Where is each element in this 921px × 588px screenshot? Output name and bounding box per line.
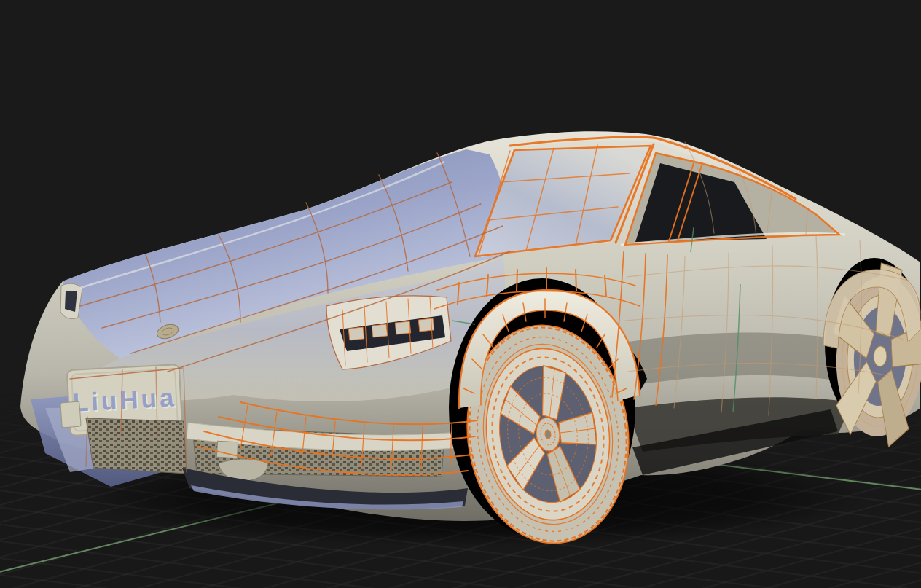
front-grille: [86, 418, 187, 474]
license-plate-text: LiuHua: [72, 383, 177, 416]
viewport-canvas[interactable]: LiuHua LiuHua: [0, 0, 921, 588]
fog-lamp-bracket: [60, 401, 81, 428]
viewport-3d[interactable]: LiuHua LiuHua: [0, 0, 921, 588]
